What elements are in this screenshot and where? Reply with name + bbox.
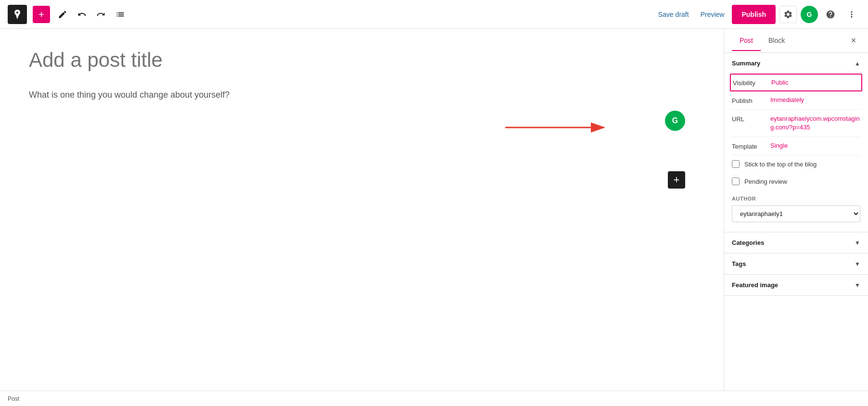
publish-label: Publish	[732, 96, 770, 104]
author-label: AUTHOR	[732, 196, 860, 202]
main-area: What is one thing you would change about…	[0, 29, 868, 391]
pending-review-checkbox[interactable]	[732, 178, 740, 185]
tags-section-header[interactable]: Tags ▼	[724, 254, 868, 274]
editor-area: What is one thing you would change about…	[0, 29, 724, 391]
tab-post[interactable]: Post	[732, 31, 761, 51]
sidebar: Post Block × Summary ▲ Visibility Public	[724, 29, 868, 391]
grammarly-editor-icon[interactable]: G	[665, 111, 685, 131]
stick-to-top-label: Stick to the top of the blog	[744, 161, 817, 168]
help-button[interactable]	[822, 6, 839, 23]
url-row: URL eytanraphaelycom.wpcomstaging.com/?p…	[732, 110, 860, 137]
grammarly-icon[interactable]: G	[801, 6, 818, 23]
tags-chevron-icon: ▼	[855, 261, 860, 267]
visibility-highlighted-row: Visibility Public	[730, 74, 862, 91]
publish-row: Publish Immediately	[732, 91, 860, 110]
categories-section: Categories ▼	[724, 232, 868, 254]
summary-content: Visibility Public Publish Immediately UR…	[724, 74, 868, 232]
featured-image-section: Featured image ▼	[724, 275, 868, 296]
featured-image-section-header[interactable]: Featured image ▼	[724, 275, 868, 295]
template-row: Template Single	[732, 137, 860, 155]
preview-button[interactable]: Preview	[697, 9, 728, 20]
undo-button[interactable]	[73, 6, 90, 23]
featured-image-title: Featured image	[732, 281, 778, 289]
more-options-button[interactable]	[843, 6, 860, 23]
post-body-text: What is one thing you would change about…	[29, 88, 695, 102]
pending-review-label: Pending review	[744, 178, 787, 185]
visibility-label: Visibility	[733, 78, 771, 87]
author-select[interactable]: eytanraphaely1	[732, 205, 860, 222]
status-text: Post	[8, 395, 19, 402]
save-draft-button[interactable]: Save draft	[654, 9, 693, 20]
toolbar-right: Save draft Preview Publish G	[654, 5, 860, 24]
stick-to-top-checkbox[interactable]	[732, 160, 740, 168]
arrow-annotation	[505, 118, 611, 139]
settings-button[interactable]	[779, 6, 797, 23]
summary-title: Summary	[732, 60, 760, 67]
sidebar-close-button[interactable]: ×	[847, 34, 860, 48]
categories-section-header[interactable]: Categories ▼	[724, 232, 868, 253]
publish-button[interactable]: Publish	[732, 5, 776, 24]
summary-section-header[interactable]: Summary ▲	[724, 53, 868, 74]
redo-button[interactable]	[92, 6, 110, 23]
tab-block[interactable]: Block	[761, 31, 792, 51]
sidebar-tabs: Post Block ×	[724, 29, 868, 53]
pending-review-row: Pending review	[732, 173, 860, 190]
template-label: Template	[732, 142, 770, 150]
app-logo	[8, 5, 27, 24]
tags-title: Tags	[732, 260, 746, 267]
add-block-inline-button[interactable]: +	[668, 171, 685, 189]
visibility-value[interactable]: Public	[771, 79, 859, 86]
tags-section: Tags ▼	[724, 254, 868, 275]
status-bar: Post	[0, 391, 868, 406]
categories-chevron-icon: ▼	[855, 240, 860, 246]
add-block-toolbar-button[interactable]	[33, 6, 50, 23]
template-value[interactable]: Single	[770, 142, 860, 149]
post-title-input[interactable]	[29, 48, 695, 72]
categories-title: Categories	[732, 239, 764, 246]
url-label: URL	[732, 114, 770, 123]
author-section: AUTHOR eytanraphaely1	[732, 190, 860, 224]
toolbar: Save draft Preview Publish G	[0, 0, 868, 29]
url-value[interactable]: eytanraphaelycom.wpcomstaging.com/?p=435	[770, 114, 860, 132]
stick-to-top-row: Stick to the top of the blog	[732, 155, 860, 173]
edit-icon-button[interactable]	[54, 6, 71, 23]
publish-value[interactable]: Immediately	[770, 96, 860, 103]
list-view-button[interactable]	[112, 6, 129, 23]
summary-section: Summary ▲ Visibility Public Publish Imme…	[724, 53, 868, 232]
summary-chevron-icon: ▲	[855, 60, 860, 67]
featured-image-chevron-icon: ▼	[855, 282, 860, 289]
